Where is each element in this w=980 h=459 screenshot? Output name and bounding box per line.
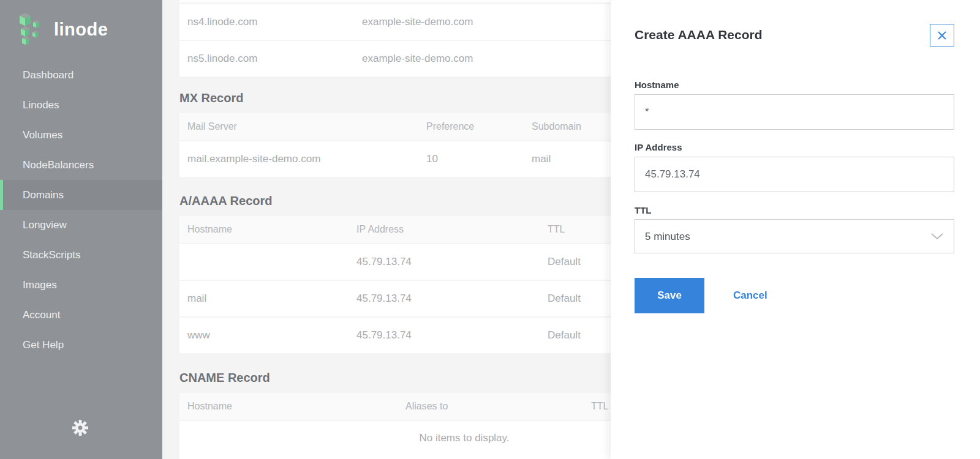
table-cell: www [187,329,356,341]
sidebar-item-get-help[interactable]: Get Help [0,330,162,360]
sidebar-item-volumes[interactable]: Volumes [0,120,162,150]
ip-address-input[interactable] [635,157,954,192]
sidebar-item-linodes[interactable]: Linodes [0,90,162,120]
sidebar-item-label: Domains [23,189,64,201]
cancel-button[interactable]: Cancel [733,289,767,302]
drawer-title: Create AAAA Record [635,27,763,43]
sidebar-item-domains[interactable]: Domains [0,180,162,210]
column-header: Preference [426,121,532,132]
hostname-input[interactable] [635,94,954,130]
sidebar-item-images[interactable]: Images [0,270,162,300]
table-cell: ns5.linode.com [187,53,362,65]
drawer-actions: Save Cancel [635,278,954,313]
table-cell: 45.79.13.74 [356,293,548,305]
table-cell: 45.79.13.74 [356,329,548,341]
ip-address-label: IP Address [635,142,954,153]
table-cell: ns4.linode.com [187,16,362,28]
sidebar-item-label: Linodes [23,99,59,111]
sidebar-item-label: Longview [23,219,67,231]
sidebar-item-label: Images [23,279,57,291]
settings-button[interactable] [72,420,88,436]
close-drawer-button[interactable] [930,24,954,47]
table-cell: 45.79.13.74 [356,256,548,268]
table-cell: mail.example-site-demo.com [187,153,426,165]
save-button[interactable]: Save [635,278,704,313]
create-aaaa-record-drawer: Create AAAA Record Hostname IP Address T… [611,0,980,459]
sidebar-item-label: StackScripts [23,249,80,261]
sidebar-item-label: Dashboard [23,69,74,81]
gear-icon [72,420,88,436]
column-header: Aliases to [405,401,591,412]
sidebar-item-stackscripts[interactable]: StackScripts [0,240,162,270]
sidebar-item-label: NodeBalancers [23,159,94,171]
linode-cubes-icon [18,13,47,46]
sidebar-nav: Dashboard Linodes Volumes NodeBalancers … [0,60,162,360]
table-cell: mail [187,293,356,305]
sidebar-item-account[interactable]: Account [0,300,162,330]
ttl-select-wrap: 5 minutes [635,219,954,253]
sidebar-item-nodebalancers[interactable]: NodeBalancers [0,150,162,180]
ttl-select[interactable]: 5 minutes [635,219,954,253]
linode-logo[interactable]: linode [0,0,162,45]
sidebar-item-longview[interactable]: Longview [0,210,162,240]
column-header: Mail Server [187,121,426,132]
ttl-label: TTL [635,205,954,216]
sidebar-item-label: Account [23,309,60,321]
sidebar-item-label: Volumes [23,129,62,141]
drawer-header: Create AAAA Record [635,27,954,47]
column-header: Hostname [187,401,405,412]
sidebar-item-label: Get Help [23,339,64,351]
table-cell: 10 [426,153,532,165]
sidebar: linode Dashboard Linodes Volumes NodeBal… [0,0,162,459]
close-icon [936,29,948,42]
column-header: IP Address [356,224,548,235]
column-header: Hostname [187,224,356,235]
sidebar-item-dashboard[interactable]: Dashboard [0,60,162,90]
hostname-label: Hostname [635,80,954,91]
logo-wordmark: linode [54,20,108,40]
